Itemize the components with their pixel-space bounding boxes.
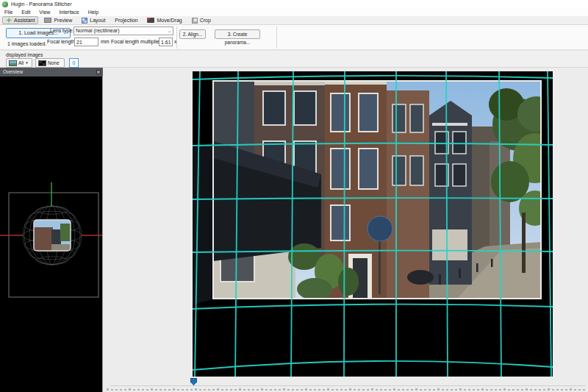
focal-multiplier-input[interactable]	[159, 38, 173, 46]
panorama-graphic	[193, 71, 553, 377]
images-loaded-status: 1 images loaded.	[7, 41, 46, 46]
toolbar-separator	[176, 26, 177, 49]
lens-type-select[interactable]: Normal (rectilinear) ⌄	[74, 26, 173, 35]
yaw-slider-track[interactable]	[110, 385, 586, 386]
mode-toolbar: Assistant Preview Layout Projection Move…	[0, 16, 588, 25]
overview-title: Overview	[3, 69, 23, 74]
toolbar-separator-2	[276, 26, 277, 49]
panorama-canvas[interactable]	[193, 71, 553, 377]
pin-icon[interactable]	[96, 70, 101, 74]
layout-icon	[82, 18, 87, 24]
all-images-icon	[9, 60, 17, 66]
crop-icon	[192, 18, 198, 24]
all-label: All	[18, 60, 24, 65]
yaw-slider-handle[interactable]	[190, 378, 197, 385]
focal-length-label: Focal length:	[47, 39, 76, 44]
tab-layout[interactable]: Layout	[78, 16, 109, 24]
align-button[interactable]: 2. Align...	[179, 29, 206, 39]
tab-move-drag[interactable]: Move/Drag	[143, 16, 185, 24]
main-area: Overview	[0, 68, 588, 392]
show-none-button[interactable]: None	[35, 58, 65, 68]
none-images-icon	[38, 60, 46, 66]
preview-area	[104, 68, 588, 392]
assistant-panel: 1. Load images... 1 images loaded. Lens …	[0, 25, 588, 50]
window-titlebar: Hugin - Panorama Stitcher	[0, 0, 588, 9]
tab-assistant[interactable]: Assistant	[2, 16, 38, 24]
menu-file[interactable]: File	[0, 9, 17, 16]
photo-content	[213, 81, 553, 300]
overview-sphere-graphic	[0, 76, 102, 392]
tab-preview-label: Preview	[54, 18, 72, 23]
tab-crop-label: Crop	[200, 18, 211, 23]
image-0-toggle[interactable]: 0	[69, 58, 79, 68]
tab-assistant-label: Assistant	[14, 18, 35, 23]
sphere-image-thumbnail	[34, 220, 71, 251]
displayed-images-bar: displayed images All ▼ None 0	[0, 50, 588, 68]
tab-projection-label: Projection	[115, 18, 137, 23]
menu-interface[interactable]: Interface	[54, 9, 83, 16]
move-drag-icon	[147, 18, 154, 23]
menu-help[interactable]: Help	[84, 9, 103, 16]
tab-crop[interactable]: Crop	[188, 16, 215, 24]
tab-preview[interactable]: Preview	[40, 16, 76, 24]
focal-length-input[interactable]	[74, 38, 98, 46]
displayed-images-label: displayed images	[6, 52, 43, 57]
focal-length-unit: mm	[101, 39, 110, 44]
menu-view[interactable]: View	[35, 9, 54, 16]
assistant-icon	[6, 18, 12, 24]
tab-layout-label: Layout	[90, 18, 105, 23]
slider-ruler	[107, 388, 588, 392]
lens-type-value: Normal (rectilinear)	[76, 27, 120, 35]
show-all-button[interactable]: All ▼	[6, 58, 32, 68]
lens-type-label: Lens type:	[50, 28, 74, 33]
overview-3d-view[interactable]	[0, 76, 102, 392]
chevron-down-icon: ⌄	[168, 27, 171, 35]
overview-panel: Overview	[0, 68, 103, 392]
menubar: File Edit View Interface Help	[0, 9, 588, 16]
preview-icon	[44, 18, 51, 23]
create-panorama-button[interactable]: 3. Create panorama...	[215, 29, 260, 39]
tab-projection[interactable]: Projection	[111, 16, 141, 24]
all-dropdown-arrow-icon: ▼	[25, 61, 28, 65]
overview-header: Overview	[0, 68, 103, 76]
photo-left-wedge	[193, 143, 213, 304]
focal-multiplier-label: Focal length multiplier:	[111, 39, 162, 44]
hugin-logo-icon	[2, 1, 8, 7]
window-title: Hugin - Panorama Stitcher	[11, 0, 71, 9]
none-label: None	[48, 60, 60, 65]
menu-edit[interactable]: Edit	[17, 9, 35, 16]
tab-move-drag-label: Move/Drag	[157, 18, 182, 23]
